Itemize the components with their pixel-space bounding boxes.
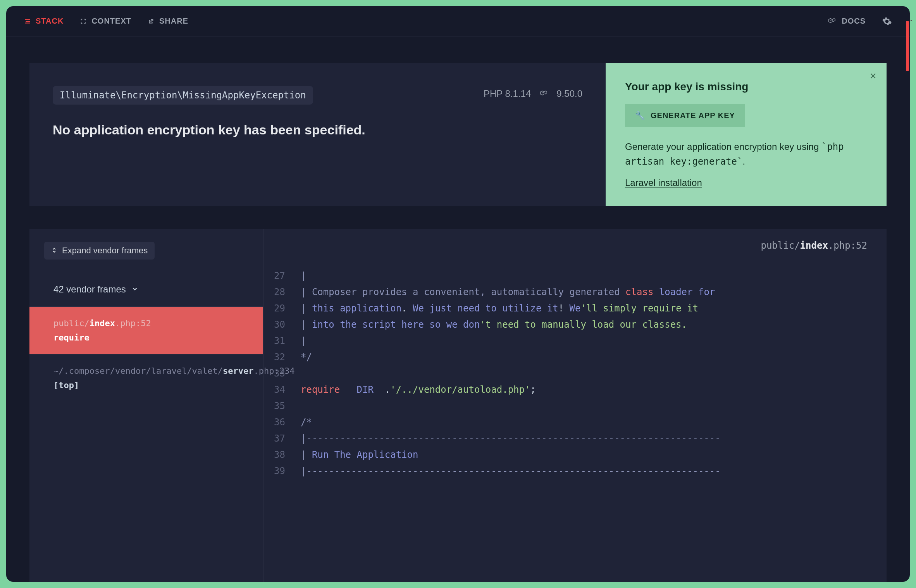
code-line: 31| bbox=[263, 333, 887, 349]
laravel-installation-link[interactable]: Laravel installation bbox=[625, 177, 702, 188]
tab-stack[interactable]: STACK bbox=[24, 17, 64, 26]
wrench-icon: 🔧 bbox=[635, 111, 645, 120]
solution-description: Generate your application encryption key… bbox=[625, 139, 867, 169]
share-icon bbox=[148, 18, 155, 25]
expand-icon bbox=[51, 246, 57, 256]
error-message: No application encryption key has been s… bbox=[53, 122, 582, 138]
laravel-icon bbox=[539, 89, 548, 98]
code-line: 35 bbox=[263, 398, 887, 414]
code-viewer[interactable]: 27|28| Composer provides a convenient, a… bbox=[263, 262, 887, 582]
tab-context[interactable]: CONTEXT bbox=[80, 17, 131, 26]
solution-text-post: . bbox=[742, 156, 745, 167]
context-icon bbox=[80, 18, 87, 25]
php-version: PHP 8.1.14 bbox=[484, 88, 531, 99]
code-line: 30| into the script here so we don't nee… bbox=[263, 316, 887, 333]
error-hero: Illuminate\Encryption\MissingAppKeyExcep… bbox=[29, 63, 887, 206]
frames-column: Expand vendor frames 42 vendor frames pu… bbox=[29, 229, 263, 582]
expand-vendor-label: Expand vendor frames bbox=[62, 246, 148, 256]
code-line: 28| Composer provides a convenient, auto… bbox=[263, 284, 887, 300]
code-line: 32*/ bbox=[263, 349, 887, 365]
tab-share-label: SHARE bbox=[159, 17, 188, 26]
laravel-version: 9.50.0 bbox=[556, 88, 582, 99]
code-line: 38| Run The Application bbox=[263, 447, 887, 463]
generate-key-label: GENERATE APP KEY bbox=[651, 111, 735, 120]
code-line: 37|-------------------------------------… bbox=[263, 430, 887, 447]
tab-context-label: CONTEXT bbox=[91, 17, 131, 26]
code-line: 29| this application. We just need to ut… bbox=[263, 300, 887, 316]
vendor-frames-summary[interactable]: 42 vendor frames bbox=[29, 272, 263, 307]
code-path-dir: public/ bbox=[761, 240, 800, 251]
vendor-count-label: 42 vendor frames bbox=[53, 284, 126, 295]
code-column: public/index.php:52 27|28| Composer prov… bbox=[263, 229, 887, 582]
scrollbar[interactable] bbox=[906, 21, 909, 71]
tab-share[interactable]: SHARE bbox=[148, 17, 188, 26]
exception-class: Illuminate\Encryption\MissingAppKeyExcep… bbox=[53, 86, 313, 105]
code-file-header: public/index.php:52 bbox=[263, 229, 887, 262]
code-line: 34require __DIR__.'/../vendor/autoload.p… bbox=[263, 382, 887, 398]
stack-frame[interactable]: public/index.php:52require bbox=[29, 307, 263, 354]
docs-label: DOCS bbox=[842, 17, 866, 26]
stack-trace-panel: Expand vendor frames 42 vendor frames pu… bbox=[29, 229, 887, 582]
chevron-down-icon bbox=[131, 284, 138, 295]
close-solution-button[interactable]: ✕ bbox=[870, 71, 876, 81]
code-line: 33 bbox=[263, 365, 887, 382]
solution-panel: ✕ Your app key is missing 🔧 GENERATE APP… bbox=[606, 63, 887, 206]
solution-title: Your app key is missing bbox=[625, 81, 867, 93]
code-path-file: index bbox=[800, 240, 828, 251]
code-line: 36/* bbox=[263, 414, 887, 430]
top-navigation: STACK CONTEXT SHARE bbox=[6, 6, 910, 36]
stack-icon bbox=[24, 18, 31, 25]
solution-text-pre: Generate your application encryption key… bbox=[625, 141, 821, 152]
code-path-line: :52 bbox=[851, 240, 867, 251]
docs-link[interactable]: DOCS bbox=[828, 17, 866, 26]
settings-button[interactable] bbox=[882, 16, 892, 26]
stack-frame[interactable]: ~/.composer/vendor/laravel/valet/server.… bbox=[29, 354, 263, 402]
code-line: 27| bbox=[263, 268, 887, 284]
code-path-ext: .php bbox=[828, 240, 851, 251]
generate-key-button[interactable]: 🔧 GENERATE APP KEY bbox=[625, 104, 745, 127]
code-line: 39|-------------------------------------… bbox=[263, 463, 887, 479]
laravel-icon bbox=[828, 17, 836, 26]
tab-stack-label: STACK bbox=[36, 17, 64, 26]
expand-vendor-frames-button[interactable]: Expand vendor frames bbox=[44, 242, 155, 260]
gear-icon bbox=[882, 16, 892, 26]
